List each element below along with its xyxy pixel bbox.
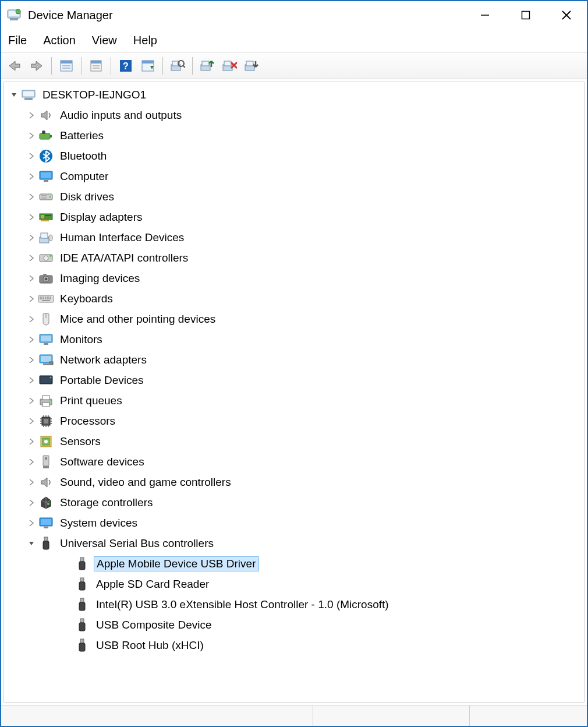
- tree-category[interactable]: IDE ATA/ATAPI controllers: [5, 248, 583, 268]
- svg-point-112: [47, 503, 49, 505]
- svg-rect-72: [45, 298, 46, 299]
- svg-rect-67: [48, 297, 49, 298]
- bluetooth-icon: [38, 148, 54, 164]
- tree-category[interactable]: Portable Devices: [5, 370, 583, 390]
- show-hide-tree-button[interactable]: [56, 56, 76, 76]
- back-button[interactable]: [5, 56, 24, 76]
- chevron-right-icon[interactable]: [25, 153, 38, 160]
- scan-hardware-button[interactable]: [168, 56, 187, 76]
- chevron-right-icon[interactable]: [25, 112, 38, 119]
- tree-category[interactable]: Monitors: [5, 329, 583, 350]
- tree-device[interactable]: USB Root Hub (xHCI): [5, 635, 583, 655]
- svg-rect-110: [43, 466, 49, 468]
- tree-device[interactable]: Apple SD Card Reader: [5, 574, 583, 594]
- tree-category[interactable]: Bluetooth: [5, 146, 583, 166]
- properties-button[interactable]: [86, 56, 106, 76]
- svg-rect-115: [44, 527, 48, 528]
- menu-file[interactable]: File: [8, 34, 27, 47]
- tree-category[interactable]: Disk drives: [5, 186, 583, 207]
- tree-category[interactable]: Storage controllers: [5, 492, 583, 513]
- svg-rect-123: [79, 602, 85, 610]
- menu-help[interactable]: Help: [133, 34, 157, 47]
- tree-category[interactable]: Display adapters: [5, 207, 583, 227]
- svg-rect-111: [45, 457, 47, 460]
- disable-device-button[interactable]: [242, 56, 261, 76]
- tree-category[interactable]: Sensors: [5, 431, 583, 451]
- chevron-right-icon[interactable]: [25, 336, 38, 343]
- svg-rect-125: [79, 623, 85, 631]
- tree-category[interactable]: Print queues: [5, 390, 583, 411]
- category-usb[interactable]: Universal Serial Bus controllers: [5, 533, 583, 553]
- tree-category[interactable]: Network adapters: [5, 350, 583, 370]
- chevron-right-icon[interactable]: [25, 418, 38, 425]
- tree-category-label: Network adapters: [58, 353, 149, 367]
- tree-category[interactable]: System devices: [5, 513, 583, 533]
- chevron-down-icon[interactable]: [25, 540, 38, 547]
- chevron-right-icon[interactable]: [25, 214, 38, 221]
- chevron-right-icon[interactable]: [25, 520, 38, 527]
- svg-rect-41: [41, 172, 51, 178]
- tree-category[interactable]: Sound, video and game controllers: [5, 472, 583, 492]
- chevron-right-icon[interactable]: [25, 438, 38, 445]
- minimize-button[interactable]: [465, 1, 505, 29]
- svg-point-87: [50, 376, 52, 378]
- chevron-right-icon[interactable]: [25, 458, 38, 465]
- svg-rect-74: [48, 298, 49, 299]
- chevron-right-icon[interactable]: [25, 234, 38, 241]
- chevron-right-icon[interactable]: [25, 295, 38, 302]
- tree-category[interactable]: Imaging devices: [5, 268, 583, 288]
- app-icon: [6, 7, 22, 23]
- menu-action[interactable]: Action: [43, 34, 76, 47]
- close-button[interactable]: [546, 1, 587, 29]
- svg-rect-34: [24, 98, 33, 100]
- cpu-icon: [38, 413, 54, 429]
- tree-device-label: USB Composite Device: [94, 618, 214, 632]
- menu-view[interactable]: View: [92, 34, 117, 47]
- action-button[interactable]: [138, 56, 158, 76]
- chevron-right-icon[interactable]: [25, 255, 38, 262]
- tree-root[interactable]: DESKTOP-IEJNGO1: [5, 84, 583, 105]
- chevron-down-icon[interactable]: [8, 91, 20, 98]
- svg-rect-75: [50, 298, 51, 299]
- tree-device[interactable]: Apple Mobile Device USB Driver: [5, 553, 583, 574]
- tree-category[interactable]: Keyboards: [5, 288, 583, 309]
- tree-category[interactable]: Human Interface Devices: [5, 227, 583, 248]
- chevron-right-icon[interactable]: [25, 397, 38, 404]
- svg-rect-119: [79, 562, 85, 570]
- maximize-button[interactable]: [505, 1, 546, 29]
- tree-category[interactable]: Computer: [5, 166, 583, 186]
- categories-container: Audio inputs and outputsBatteriesBluetoo…: [5, 105, 583, 533]
- tree-category[interactable]: Audio inputs and outputs: [5, 105, 583, 125]
- chevron-right-icon[interactable]: [25, 479, 38, 486]
- tree-category[interactable]: Mice and other pointing devices: [5, 309, 583, 329]
- device-manager-window: Device Manager File Action View Help: [0, 0, 588, 727]
- chevron-right-icon[interactable]: [25, 357, 38, 364]
- chevron-right-icon[interactable]: [25, 499, 38, 506]
- help-button[interactable]: ?: [116, 56, 136, 76]
- tree-device[interactable]: USB Composite Device: [5, 615, 583, 635]
- tree-category-label: IDE ATA/ATAPI controllers: [58, 251, 190, 265]
- chevron-right-icon[interactable]: [25, 275, 38, 282]
- chevron-right-icon[interactable]: [25, 377, 38, 384]
- svg-rect-93: [44, 419, 48, 424]
- svg-rect-5: [522, 12, 530, 19]
- chevron-right-icon[interactable]: [25, 316, 38, 323]
- chevron-right-icon[interactable]: [25, 193, 38, 200]
- uninstall-device-button[interactable]: [219, 56, 239, 76]
- storage-icon: [38, 495, 54, 511]
- update-driver-button[interactable]: [197, 56, 217, 76]
- chevron-right-icon[interactable]: [25, 132, 38, 139]
- network-icon: [38, 352, 54, 368]
- display-card-icon: [38, 209, 54, 225]
- tree-category[interactable]: Batteries: [5, 125, 583, 146]
- tree-device[interactable]: Intel(R) USB 3.0 eXtensible Host Control…: [5, 594, 583, 615]
- forward-button[interactable]: [27, 56, 47, 76]
- device-tree[interactable]: DESKTOP-IEJNGO1 Audio inputs and outputs…: [3, 82, 585, 703]
- chevron-right-icon[interactable]: [25, 173, 38, 180]
- tree-category-label: Portable Devices: [58, 373, 146, 387]
- tree-category[interactable]: Software devices: [5, 451, 583, 472]
- monitor-icon: [38, 515, 54, 531]
- tree-category-label: Audio inputs and outputs: [58, 108, 184, 122]
- tree-category[interactable]: Processors: [5, 411, 583, 431]
- svg-rect-25: [202, 61, 209, 66]
